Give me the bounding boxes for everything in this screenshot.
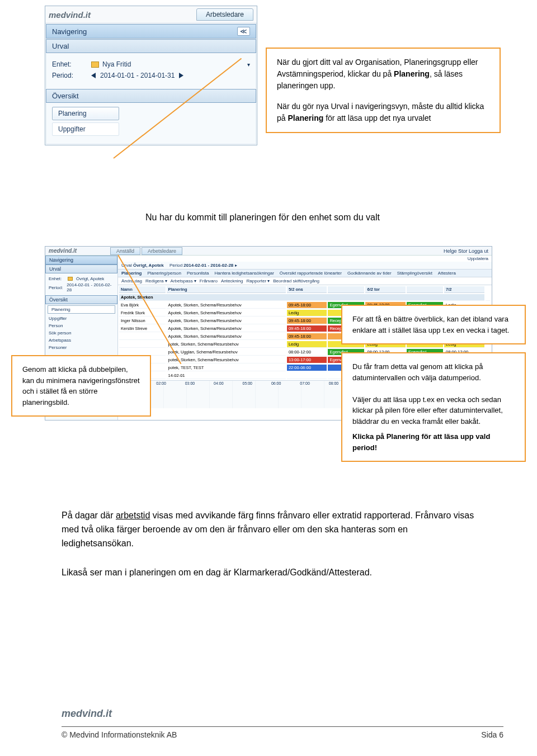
nav-section-overview[interactable]: Översikt [46, 89, 256, 103]
section-heading: Nu har du kommit till planeringen för de… [145, 212, 481, 223]
sidebar-item[interactable]: Sök person [45, 329, 117, 337]
tab-item[interactable]: Personlista [187, 271, 209, 276]
tab-item[interactable]: Stämplingöversikt [397, 271, 432, 276]
nav-section-navigering[interactable]: Navigering ≪ [46, 24, 256, 39]
chevron-down-icon[interactable]: ▾ [247, 62, 250, 68]
menu-item[interactable]: Beordrad skiftövergång [273, 278, 319, 284]
overview-body: Planering Uppgifter [46, 103, 256, 144]
callout-dubbelpil: Genom att klicka på dubbelpilen, kan du … [11, 355, 151, 417]
folder-icon [68, 277, 73, 281]
period-next-icon[interactable] [179, 73, 183, 78]
callout-bold-end: Klicka på Planering för att läsa upp val… [352, 431, 515, 453]
nav-header: medvind.it Arbetsledare [45, 6, 257, 23]
sidebar-item[interactable]: Uppgifter [45, 315, 117, 322]
menu-item[interactable]: Rapporter ▾ [246, 278, 270, 284]
sidebar-item[interactable]: Arbetspass [45, 337, 117, 344]
body-text: På dagar där arbetstid visas med avvikan… [62, 509, 475, 596]
callout-datum: Du får fram detta val genom att klicka p… [341, 352, 526, 462]
period-label: Period: [52, 72, 91, 79]
callout-paragraph: När du gjort ditt val av Organisation, P… [277, 56, 489, 92]
menu-item[interactable]: Arbetspass ▾ [171, 278, 196, 284]
menu-item[interactable]: Frånvaro [200, 278, 218, 284]
nav-section-label: Navigering [52, 27, 87, 36]
ribbon: Urval Övrigt, Apotek Period 2014-02-01 -… [118, 262, 492, 270]
footer-brand: medvind.it [62, 708, 503, 720]
sidebar-item[interactable]: Personer [45, 344, 117, 351]
collapse-icon[interactable]: ≪ [237, 27, 250, 36]
brand-logo: medvind.it [49, 248, 77, 254]
tab-item[interactable]: Hantera ledighetsansökningar [215, 271, 274, 276]
nav-section-label: Översikt [52, 92, 79, 100]
shot2-titlebar: medvind.it Anställd Arbetsledare Helge S… [45, 247, 492, 256]
sb-urval-body: Enhet:Övrigt, Apotek Period:2014-02-01 -… [45, 273, 117, 295]
tabs-row: PlaneringPlanering/personPersonlistaHant… [118, 270, 492, 277]
role-tab-anstalld[interactable]: Anställd [110, 247, 140, 255]
overview-item-planering[interactable]: Planering [52, 107, 119, 120]
nav-panel: medvind.it Arbetsledare Navigering ≪ Urv… [45, 6, 257, 145]
callout-overblick: För att få en bättre överblick, kan det … [341, 305, 526, 344]
sb-section-nav[interactable]: Navigering [45, 256, 117, 264]
enhet-label: Enhet: [52, 60, 91, 68]
sb-section-urval[interactable]: Urval [45, 264, 117, 273]
role-tab[interactable]: Arbetsledare [196, 8, 253, 21]
folder-icon [91, 62, 99, 68]
enhet-value: Nya Fritid [102, 60, 131, 68]
menu-item[interactable]: Redigera ▾ [145, 278, 167, 284]
tab-item[interactable]: Planering/person [147, 271, 181, 276]
update-link[interactable]: Uppdatera [468, 256, 488, 261]
sb-section-overview[interactable]: Översikt [45, 295, 117, 304]
tab-item[interactable]: Planering [121, 271, 142, 276]
nav-section-urval[interactable]: Urval [46, 39, 256, 53]
user-logout[interactable]: Helge Stor Logga ut [444, 248, 488, 254]
sidebar-item[interactable]: Planering [48, 305, 115, 314]
overview-item-uppgifter[interactable]: Uppgifter [52, 122, 119, 136]
page-footer: medvind.it © Medvind Informationsteknik … [62, 708, 503, 739]
tab-item[interactable]: Attestera [438, 271, 456, 276]
table-row[interactable]: Apotek, Storken [119, 294, 491, 301]
footer-copyright: © Medvind Informationsteknik AB [62, 730, 177, 739]
menu-row: Ändra dagRedigera ▾Arbetspass ▾FrånvaroA… [118, 277, 492, 285]
brand-logo: medvind.it [49, 10, 91, 20]
role-tab-arbetsledare[interactable]: Arbetsledare [142, 247, 182, 255]
footer-page: Sida 6 [481, 730, 503, 739]
tab-item[interactable]: Översikt rapporterade lönearter [280, 271, 342, 276]
period-prev-icon[interactable] [91, 73, 96, 78]
enhet-row[interactable]: Enhet: Nya Fritid ▾ [52, 60, 250, 68]
sidebar-item[interactable]: Person [45, 322, 117, 329]
period-value[interactable]: 2014-01-01 - 2014-01-31 [100, 72, 175, 79]
callout-planering: När du gjort ditt val av Organisation, P… [266, 48, 501, 133]
menu-item[interactable]: Anteckning [221, 278, 243, 284]
nav-section-label: Urval [52, 42, 69, 50]
callout-paragraph: När du gör nya Urval i navigeringsvyn, m… [277, 101, 489, 124]
tab-item[interactable]: Godkännande av tider [347, 271, 392, 276]
